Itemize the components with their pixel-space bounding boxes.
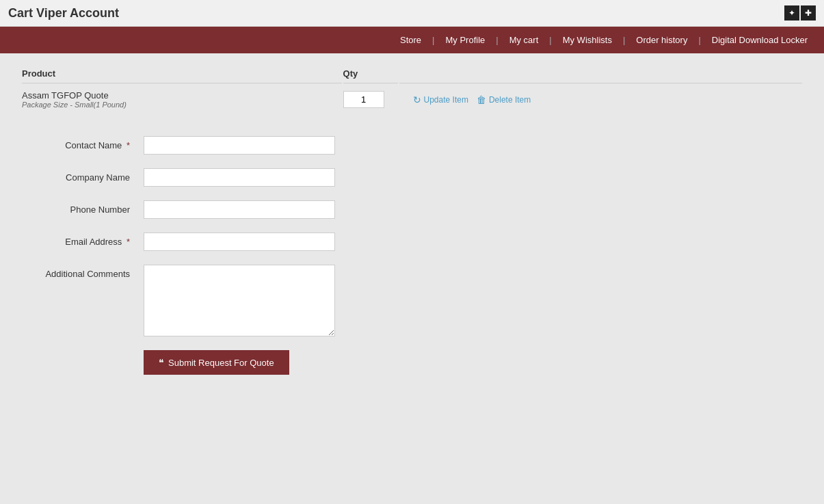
update-label: Update Item <box>424 95 468 105</box>
product-size: Package Size - Small(1 Pound) <box>22 101 342 109</box>
additional-comments-label: Additional Comments <box>21 265 144 279</box>
nav-separator-1: | <box>431 35 436 45</box>
product-column-header: Product <box>22 68 342 83</box>
nav-order-history[interactable]: Order history <box>626 27 697 53</box>
contact-name-row: Contact Name * <box>21 136 499 155</box>
company-name-row: Company Name <box>21 168 499 187</box>
required-star-1: * <box>127 140 130 150</box>
quote-icon: ❝ <box>159 357 164 368</box>
qty-cell <box>343 85 398 114</box>
phone-number-input[interactable] <box>144 200 335 219</box>
email-address-label: Email Address * <box>21 233 144 247</box>
nav-my-profile[interactable]: My Profile <box>436 27 494 53</box>
quote-form: Contact Name * Company Name Phone Number… <box>21 136 499 375</box>
top-bar: Cart Viper Account ✦ ✚ <box>0 0 824 27</box>
additional-comments-row: Additional Comments <box>21 265 499 336</box>
email-address-input[interactable] <box>144 233 335 251</box>
nav-digital-download-locker[interactable]: Digital Download Locker <box>702 27 817 53</box>
actions-cell: ↻ Update Item 🗑 Delete Item <box>399 85 802 114</box>
plus-icon[interactable]: ✚ <box>801 5 816 21</box>
nav-my-cart[interactable]: My cart <box>500 27 548 53</box>
update-icon: ↻ <box>413 94 421 105</box>
main-content: Product Qty Assam TGFOP Quote Package Si… <box>0 53 824 497</box>
required-star-2: * <box>127 237 130 247</box>
product-name: Assam TGFOP Quote <box>22 90 342 101</box>
main-nav: Store | My Profile | My cart | My Wishli… <box>0 27 824 53</box>
nav-separator-2: | <box>494 35 499 45</box>
product-cell: Assam TGFOP Quote Package Size - Small(1… <box>22 85 342 114</box>
top-bar-icons: ✦ ✚ <box>784 5 816 21</box>
nav-my-wishlists[interactable]: My Wishlists <box>553 27 622 53</box>
qty-input[interactable] <box>343 91 384 108</box>
qty-column-header: Qty <box>343 68 398 83</box>
contact-name-label: Contact Name * <box>21 136 144 150</box>
submit-quote-button[interactable]: ❝ Submit Request For Quote <box>144 350 289 375</box>
actions-column-header <box>399 68 802 83</box>
email-address-row: Email Address * <box>21 233 499 251</box>
nav-separator-4: | <box>622 35 626 45</box>
table-row: Assam TGFOP Quote Package Size - Small(1… <box>22 85 802 114</box>
company-name-input[interactable] <box>144 168 335 187</box>
cart-table: Product Qty Assam TGFOP Quote Package Si… <box>21 67 803 116</box>
delete-icon: 🗑 <box>477 94 486 105</box>
page-title: Cart Viper Account <box>8 6 119 21</box>
update-item-link[interactable]: ↻ Update Item <box>413 94 468 105</box>
submit-label: Submit Request For Quote <box>168 358 274 368</box>
phone-number-row: Phone Number <box>21 200 499 219</box>
settings-icon[interactable]: ✦ <box>784 5 799 21</box>
contact-name-input[interactable] <box>144 136 335 155</box>
nav-separator-3: | <box>548 35 553 45</box>
additional-comments-input[interactable] <box>144 265 335 336</box>
delete-item-link[interactable]: 🗑 Delete Item <box>477 94 531 105</box>
company-name-label: Company Name <box>21 168 144 183</box>
nav-separator-5: | <box>697 35 702 45</box>
phone-number-label: Phone Number <box>21 200 144 215</box>
nav-store[interactable]: Store <box>390 27 431 53</box>
action-links: ↻ Update Item 🗑 Delete Item <box>413 94 802 105</box>
delete-label: Delete Item <box>489 95 531 105</box>
